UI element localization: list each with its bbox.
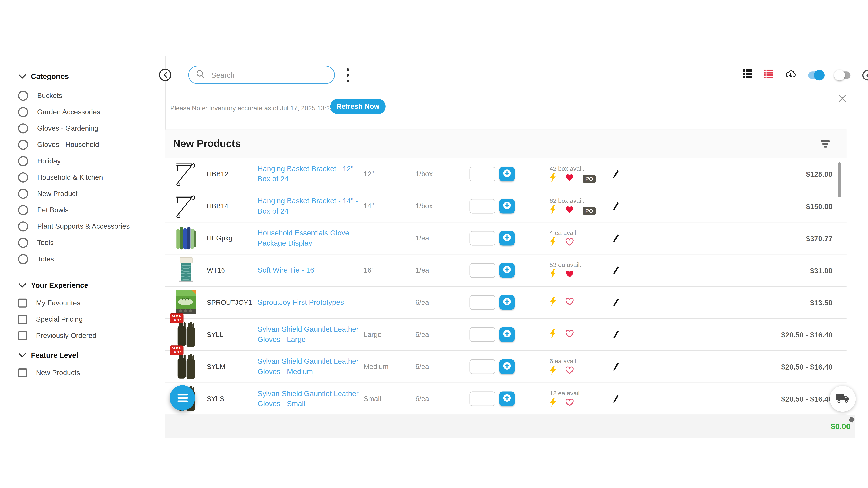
add-to-order-button[interactable] — [499, 263, 515, 278]
add-to-order-button[interactable] — [499, 199, 515, 214]
availability-text: 6 ea avail. — [550, 358, 606, 364]
edit-pencil-icon[interactable] — [606, 394, 625, 403]
toggle-knob — [834, 70, 845, 80]
add-to-order-button[interactable] — [499, 359, 515, 374]
edit-pencil-icon[interactable] — [606, 362, 625, 371]
quantity-input[interactable] — [470, 167, 495, 181]
menu-fab-button[interactable] — [169, 385, 195, 411]
edit-pencil-icon[interactable] — [606, 298, 625, 307]
sidebar-item-gloves-household[interactable]: Gloves - Household — [18, 136, 165, 153]
add-to-order-button[interactable] — [499, 167, 515, 181]
categories-header[interactable]: Categories — [19, 71, 165, 81]
sidebar-item-new-products[interactable]: New Products — [18, 364, 165, 381]
product-price: $13.50 — [625, 298, 847, 307]
hamburger-icon — [177, 394, 187, 395]
table-row: HBB14 Hanging Basket Bracket - 14" - Box… — [165, 190, 846, 222]
checkbox-icon — [18, 368, 27, 377]
close-icon[interactable] — [839, 94, 846, 104]
section-feature-level: Feature Level New Products — [0, 350, 165, 381]
edit-pencil-icon[interactable] — [606, 202, 625, 210]
section-title: Your Experience — [31, 281, 88, 289]
favourite-heart-icon[interactable] — [565, 366, 574, 376]
filter-icon[interactable] — [820, 140, 830, 148]
sidebar-item-special-pricing[interactable]: Special Pricing — [18, 311, 165, 327]
add-to-order-button[interactable] — [499, 327, 515, 342]
sidebar-item-household-kitchen[interactable]: Household & Kitchen — [18, 169, 165, 185]
favourite-heart-icon[interactable] — [565, 297, 574, 307]
quantity-input[interactable] — [470, 295, 495, 310]
availability-text: 42 box avail. — [550, 165, 606, 172]
edit-pencil-icon[interactable] — [606, 169, 625, 178]
sidebar-item-holiday[interactable]: Holiday — [18, 153, 165, 169]
lightning-icon — [550, 173, 556, 184]
your-experience-list: My Favourites Special Pricing Previously… — [0, 295, 165, 344]
quantity-input[interactable] — [470, 392, 495, 406]
sidebar-item-gloves-gardening[interactable]: Gloves - Gardening — [18, 120, 165, 136]
sidebar-item-plant-supports-accessories[interactable]: Plant Supports & Accessories — [18, 218, 165, 234]
sidebar-item-label: Plant Supports & Accessories — [37, 222, 129, 230]
favourite-heart-icon[interactable] — [565, 398, 574, 408]
sidebar-item-my-favourites[interactable]: My Favourites — [18, 295, 165, 311]
product-name-link[interactable]: Hanging Basket Bracket - 14" - Box of 24 — [258, 196, 360, 216]
product-sku: WT16 — [207, 266, 258, 274]
quantity-input[interactable] — [470, 199, 495, 214]
quantity-cell — [470, 359, 550, 374]
edit-pencil-icon[interactable] — [606, 330, 625, 339]
refresh-now-button[interactable]: Refresh Now — [330, 99, 385, 114]
cloud-download-icon[interactable] — [785, 69, 797, 81]
quantity-cell — [470, 263, 550, 278]
sidebar-item-new-product[interactable]: New Product — [18, 185, 165, 202]
favourite-heart-icon[interactable] — [565, 270, 574, 280]
quantity-input[interactable] — [470, 359, 495, 374]
product-name-link[interactable]: Sylvan Shield Gauntlet Leather Gloves - … — [258, 357, 360, 377]
product-unit: 6/ea — [415, 331, 470, 338]
feature-level-header[interactable]: Feature Level — [19, 350, 165, 360]
quantity-input[interactable] — [470, 327, 495, 342]
product-image: SOLDOUT! — [175, 288, 197, 317]
favourite-heart-icon[interactable] — [565, 329, 574, 339]
product-name-link[interactable]: SproutJoy First Prototypes — [258, 297, 360, 307]
favourite-heart-icon[interactable] — [565, 173, 574, 184]
sidebar-item-label: Buckets — [37, 92, 62, 99]
search-input[interactable] — [210, 70, 319, 79]
collapse-sidebar-button[interactable] — [159, 69, 172, 81]
table-row: SYLS Sylvan Shield Gauntlet Leather Glov… — [165, 383, 846, 415]
add-to-order-button[interactable] — [499, 231, 515, 246]
sidebar-item-previously-ordered[interactable]: Previously Ordered — [18, 327, 165, 344]
sidebar-item-buckets[interactable]: Buckets — [18, 87, 165, 104]
product-name-link[interactable]: Sylvan Shield Gauntlet Leather Gloves - … — [258, 389, 360, 409]
quantity-input[interactable] — [470, 231, 495, 246]
table-scrollbar[interactable] — [838, 162, 841, 197]
sidebar-item-pet-bowls[interactable]: Pet Bowls — [18, 202, 165, 218]
toggle-off[interactable] — [835, 71, 850, 78]
page-title: New Products — [173, 138, 241, 150]
product-name-link[interactable]: Sylvan Shield Gauntlet Leather Gloves - … — [258, 325, 360, 345]
product-sku: SYLS — [207, 395, 258, 403]
radio-icon — [18, 188, 28, 198]
product-name-link[interactable]: Household Essentials Glove Package Displ… — [258, 228, 360, 248]
favourite-heart-icon[interactable] — [565, 205, 574, 216]
sidebar-item-tools[interactable]: Tools — [18, 234, 165, 251]
shipping-truck-button[interactable] — [830, 386, 856, 412]
list-view-icon[interactable] — [764, 69, 773, 80]
order-total: $0.00 — [831, 422, 850, 431]
product-unit: 6/ea — [415, 299, 470, 306]
checkbox-icon — [18, 315, 27, 324]
grid-view-icon[interactable] — [743, 69, 752, 80]
more-options-button[interactable] — [344, 68, 352, 82]
sidebar-item-totes[interactable]: Totes — [18, 251, 165, 267]
your-experience-header[interactable]: Your Experience — [19, 280, 165, 290]
quantity-input[interactable] — [470, 263, 495, 278]
add-to-order-button[interactable] — [499, 295, 515, 310]
product-name-link[interactable]: Soft Wire Tie - 16' — [258, 265, 360, 275]
edit-pencil-icon[interactable] — [606, 266, 625, 275]
toggle-on[interactable] — [808, 71, 824, 78]
lightning-icon — [550, 237, 556, 249]
radio-icon — [18, 123, 28, 133]
edit-pencil-icon[interactable] — [606, 234, 625, 243]
product-name-link[interactable]: Hanging Basket Bracket - 12" - Box of 24 — [258, 164, 360, 184]
add-to-order-button[interactable] — [499, 392, 515, 406]
collapse-panel-icon[interactable] — [863, 70, 868, 80]
favourite-heart-icon[interactable] — [565, 238, 574, 248]
sidebar-item-garden-accessories[interactable]: Garden Accessories — [18, 104, 165, 120]
